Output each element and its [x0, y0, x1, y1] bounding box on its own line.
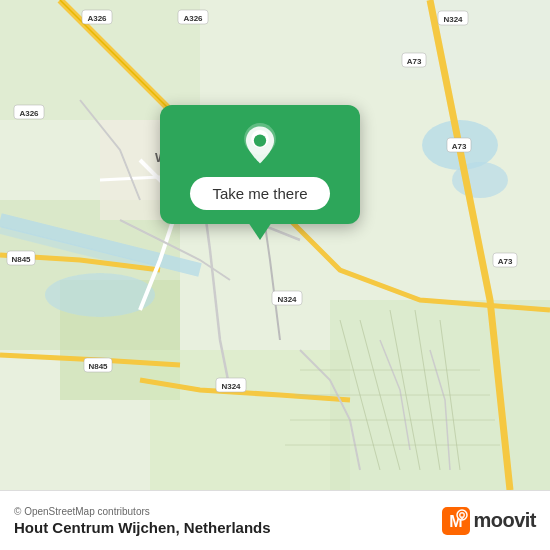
moovit-logo: M moovit	[442, 507, 536, 535]
map-background: A326 A326 A326 A73 A73 A73 N324 N324 N32…	[0, 0, 550, 490]
location-pin-icon	[238, 123, 282, 167]
svg-text:N324: N324	[221, 382, 241, 391]
svg-text:A326: A326	[19, 109, 39, 118]
svg-text:A73: A73	[407, 57, 422, 66]
osm-credit: © OpenStreetMap contributors	[14, 506, 271, 517]
svg-text:A326: A326	[87, 14, 107, 23]
take-me-there-button[interactable]: Take me there	[190, 177, 329, 210]
navigation-popup: Take me there	[160, 105, 360, 224]
svg-point-49	[461, 513, 464, 516]
svg-text:N845: N845	[11, 255, 31, 264]
moovit-label: moovit	[473, 509, 536, 532]
svg-text:N845: N845	[88, 362, 108, 371]
svg-text:A73: A73	[452, 142, 467, 151]
svg-text:A326: A326	[183, 14, 203, 23]
moovit-icon: M	[442, 507, 470, 535]
map-container: A326 A326 A326 A73 A73 A73 N324 N324 N32…	[0, 0, 550, 490]
svg-text:N324: N324	[443, 15, 463, 24]
bottom-bar: © OpenStreetMap contributors Hout Centru…	[0, 490, 550, 550]
location-title: Hout Centrum Wijchen, Netherlands	[14, 519, 271, 536]
svg-text:A73: A73	[498, 257, 513, 266]
svg-point-45	[254, 134, 266, 146]
location-info: © OpenStreetMap contributors Hout Centru…	[14, 506, 271, 536]
svg-point-10	[45, 273, 155, 317]
svg-text:N324: N324	[277, 295, 297, 304]
